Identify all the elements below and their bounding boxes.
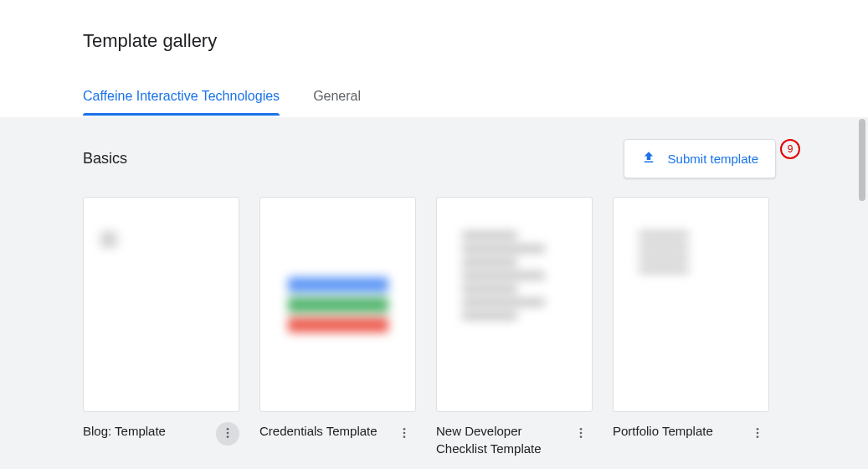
- more-vertical-icon: [574, 426, 588, 442]
- template-more-button[interactable]: [216, 422, 239, 446]
- template-caption-row: Blog: Template: [83, 412, 239, 446]
- svg-point-8: [580, 436, 583, 438]
- section-header: Basics Submit template: [0, 117, 868, 178]
- svg-point-4: [403, 431, 406, 434]
- svg-point-10: [757, 431, 759, 434]
- template-caption-row: Portfolio Template: [613, 412, 769, 446]
- template-more-button[interactable]: [569, 422, 593, 446]
- template-title: Credentials Template: [259, 422, 388, 440]
- template-more-button[interactable]: [746, 422, 769, 446]
- svg-point-6: [580, 428, 583, 430]
- svg-point-5: [403, 436, 406, 438]
- templates-grid: Blog: Template Credentials Template: [0, 178, 868, 457]
- template-card-blog: Blog: Template: [83, 197, 239, 457]
- svg-point-11: [757, 436, 759, 438]
- svg-point-3: [403, 428, 406, 430]
- template-thumbnail[interactable]: [613, 197, 769, 412]
- svg-point-1: [227, 431, 229, 434]
- scrollbar-thumb[interactable]: [859, 119, 865, 201]
- more-vertical-icon: [751, 426, 764, 442]
- annotation-badge: 9: [780, 139, 800, 159]
- template-thumbnail[interactable]: [436, 197, 593, 412]
- template-caption-row: Credentials Template: [259, 412, 416, 446]
- more-vertical-icon: [398, 426, 411, 442]
- template-caption-row: New Developer Checklist Template: [436, 412, 593, 457]
- template-more-button[interactable]: [393, 422, 416, 446]
- more-vertical-icon: [221, 426, 234, 442]
- template-card-credentials: Credentials Template: [259, 197, 416, 457]
- template-title: Blog: Template: [83, 422, 211, 440]
- tabs-bar: Caffeine Interactive Technologies Genera…: [83, 89, 361, 116]
- template-title: New Developer Checklist Template: [436, 422, 564, 457]
- submit-template-label: Submit template: [668, 152, 758, 166]
- svg-point-7: [580, 431, 583, 434]
- page-title: Template gallery: [83, 30, 217, 52]
- template-card-new-developer-checklist: New Developer Checklist Template: [436, 197, 593, 457]
- section-title: Basics: [83, 150, 127, 168]
- submit-template-button[interactable]: Submit template: [624, 139, 776, 178]
- svg-point-2: [227, 436, 229, 438]
- svg-point-0: [227, 428, 229, 430]
- tab-caffeine-interactive-technologies[interactable]: Caffeine Interactive Technologies: [83, 89, 280, 116]
- svg-point-9: [757, 428, 759, 430]
- template-thumbnail[interactable]: [83, 197, 239, 412]
- template-thumbnail[interactable]: [259, 197, 416, 412]
- upload-icon: [641, 150, 656, 168]
- content-area: Basics Submit template Blog: Template: [0, 117, 868, 469]
- template-title: Portfolio Template: [613, 422, 741, 440]
- template-card-portfolio: Portfolio Template: [613, 197, 769, 457]
- tab-general[interactable]: General: [313, 89, 361, 116]
